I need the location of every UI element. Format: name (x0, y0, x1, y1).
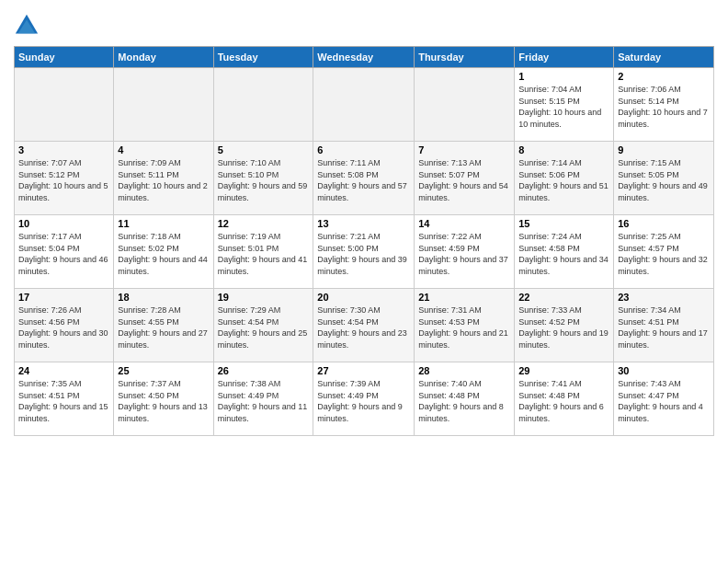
day-cell: 2Sunrise: 7:06 AM Sunset: 5:14 PM Daylig… (614, 68, 714, 142)
day-number: 17 (18, 292, 109, 303)
day-info: Sunrise: 7:41 AM Sunset: 4:48 PM Dayligh… (518, 378, 609, 424)
day-cell: 30Sunrise: 7:43 AM Sunset: 4:47 PM Dayli… (614, 362, 714, 436)
day-number: 16 (618, 218, 710, 229)
day-info: Sunrise: 7:14 AM Sunset: 5:06 PM Dayligh… (518, 157, 609, 203)
header (14, 9, 714, 39)
day-cell: 27Sunrise: 7:39 AM Sunset: 4:49 PM Dayli… (313, 362, 415, 436)
day-number: 20 (317, 292, 410, 303)
day-info: Sunrise: 7:13 AM Sunset: 5:07 PM Dayligh… (418, 157, 510, 203)
day-cell: 16Sunrise: 7:25 AM Sunset: 4:57 PM Dayli… (614, 215, 714, 289)
day-info: Sunrise: 7:19 AM Sunset: 5:01 PM Dayligh… (218, 231, 310, 277)
day-info: Sunrise: 7:10 AM Sunset: 5:10 PM Dayligh… (218, 157, 310, 203)
day-cell: 24Sunrise: 7:35 AM Sunset: 4:51 PM Dayli… (15, 362, 114, 436)
day-info: Sunrise: 7:38 AM Sunset: 4:49 PM Dayligh… (218, 378, 310, 424)
day-number: 18 (118, 292, 209, 303)
day-info: Sunrise: 7:24 AM Sunset: 4:58 PM Dayligh… (518, 231, 609, 277)
header-friday: Friday (515, 47, 614, 68)
logo-icon (14, 13, 40, 39)
day-info: Sunrise: 7:11 AM Sunset: 5:08 PM Dayligh… (317, 157, 410, 203)
day-number: 2 (618, 71, 710, 82)
day-cell (15, 68, 114, 142)
day-info: Sunrise: 7:29 AM Sunset: 4:54 PM Dayligh… (218, 304, 310, 350)
day-number: 13 (317, 218, 410, 229)
day-number: 27 (317, 365, 410, 376)
day-number: 28 (418, 365, 510, 376)
day-cell (213, 68, 313, 142)
day-info: Sunrise: 7:26 AM Sunset: 4:56 PM Dayligh… (18, 304, 109, 350)
week-row-3: 10Sunrise: 7:17 AM Sunset: 5:04 PM Dayli… (15, 215, 714, 289)
day-number: 29 (518, 365, 609, 376)
day-number: 6 (317, 144, 410, 155)
day-cell: 10Sunrise: 7:17 AM Sunset: 5:04 PM Dayli… (15, 215, 114, 289)
day-cell: 1Sunrise: 7:04 AM Sunset: 5:15 PM Daylig… (515, 68, 614, 142)
day-info: Sunrise: 7:15 AM Sunset: 5:05 PM Dayligh… (618, 157, 710, 203)
day-number: 8 (518, 144, 609, 155)
day-cell (313, 68, 415, 142)
day-number: 10 (18, 218, 109, 229)
day-info: Sunrise: 7:07 AM Sunset: 5:12 PM Dayligh… (18, 157, 109, 203)
day-number: 19 (218, 292, 310, 303)
day-cell: 9Sunrise: 7:15 AM Sunset: 5:05 PM Daylig… (614, 142, 714, 215)
day-number: 7 (418, 144, 510, 155)
day-info: Sunrise: 7:39 AM Sunset: 4:49 PM Dayligh… (317, 378, 410, 424)
day-info: Sunrise: 7:22 AM Sunset: 4:59 PM Dayligh… (418, 231, 510, 277)
day-cell: 15Sunrise: 7:24 AM Sunset: 4:58 PM Dayli… (515, 215, 614, 289)
day-cell: 14Sunrise: 7:22 AM Sunset: 4:59 PM Dayli… (415, 215, 515, 289)
day-cell: 7Sunrise: 7:13 AM Sunset: 5:07 PM Daylig… (415, 142, 515, 215)
day-info: Sunrise: 7:04 AM Sunset: 5:15 PM Dayligh… (518, 84, 609, 130)
header-monday: Monday (114, 47, 213, 68)
week-row-5: 24Sunrise: 7:35 AM Sunset: 4:51 PM Dayli… (15, 362, 714, 436)
day-info: Sunrise: 7:31 AM Sunset: 4:53 PM Dayligh… (418, 304, 510, 350)
day-info: Sunrise: 7:25 AM Sunset: 4:57 PM Dayligh… (618, 231, 710, 277)
day-info: Sunrise: 7:17 AM Sunset: 5:04 PM Dayligh… (18, 231, 109, 277)
day-cell: 12Sunrise: 7:19 AM Sunset: 5:01 PM Dayli… (213, 215, 313, 289)
day-number: 24 (18, 365, 109, 376)
day-info: Sunrise: 7:06 AM Sunset: 5:14 PM Dayligh… (618, 84, 710, 130)
day-cell: 23Sunrise: 7:34 AM Sunset: 4:51 PM Dayli… (614, 289, 714, 362)
day-info: Sunrise: 7:34 AM Sunset: 4:51 PM Dayligh… (618, 304, 710, 350)
day-cell: 8Sunrise: 7:14 AM Sunset: 5:06 PM Daylig… (515, 142, 614, 215)
day-cell: 21Sunrise: 7:31 AM Sunset: 4:53 PM Dayli… (415, 289, 515, 362)
logo (14, 13, 42, 39)
day-info: Sunrise: 7:09 AM Sunset: 5:11 PM Dayligh… (118, 157, 209, 203)
day-number: 15 (518, 218, 609, 229)
day-cell: 20Sunrise: 7:30 AM Sunset: 4:54 PM Dayli… (313, 289, 415, 362)
day-number: 22 (518, 292, 609, 303)
day-cell (114, 68, 213, 142)
day-number: 25 (118, 365, 209, 376)
day-number: 21 (418, 292, 510, 303)
day-info: Sunrise: 7:43 AM Sunset: 4:47 PM Dayligh… (618, 378, 710, 424)
day-cell: 4Sunrise: 7:09 AM Sunset: 5:11 PM Daylig… (114, 142, 213, 215)
day-number: 26 (218, 365, 310, 376)
day-cell: 3Sunrise: 7:07 AM Sunset: 5:12 PM Daylig… (15, 142, 114, 215)
day-number: 4 (118, 144, 209, 155)
day-number: 14 (418, 218, 510, 229)
header-sunday: Sunday (15, 47, 114, 68)
day-number: 23 (618, 292, 710, 303)
header-wednesday: Wednesday (313, 47, 415, 68)
day-info: Sunrise: 7:40 AM Sunset: 4:48 PM Dayligh… (418, 378, 510, 424)
day-number: 12 (218, 218, 310, 229)
day-cell (415, 68, 515, 142)
week-row-1: 1Sunrise: 7:04 AM Sunset: 5:15 PM Daylig… (15, 68, 714, 142)
day-cell: 28Sunrise: 7:40 AM Sunset: 4:48 PM Dayli… (415, 362, 515, 436)
week-row-4: 17Sunrise: 7:26 AM Sunset: 4:56 PM Dayli… (15, 289, 714, 362)
day-cell: 17Sunrise: 7:26 AM Sunset: 4:56 PM Dayli… (15, 289, 114, 362)
day-info: Sunrise: 7:33 AM Sunset: 4:52 PM Dayligh… (518, 304, 609, 350)
day-cell: 25Sunrise: 7:37 AM Sunset: 4:50 PM Dayli… (114, 362, 213, 436)
day-cell: 11Sunrise: 7:18 AM Sunset: 5:02 PM Dayli… (114, 215, 213, 289)
day-number: 5 (218, 144, 310, 155)
day-cell: 29Sunrise: 7:41 AM Sunset: 4:48 PM Dayli… (515, 362, 614, 436)
day-cell: 5Sunrise: 7:10 AM Sunset: 5:10 PM Daylig… (213, 142, 313, 215)
calendar-header-row: SundayMondayTuesdayWednesdayThursdayFrid… (15, 47, 714, 68)
week-row-2: 3Sunrise: 7:07 AM Sunset: 5:12 PM Daylig… (15, 142, 714, 215)
day-info: Sunrise: 7:28 AM Sunset: 4:55 PM Dayligh… (118, 304, 209, 350)
header-saturday: Saturday (614, 47, 714, 68)
day-info: Sunrise: 7:21 AM Sunset: 5:00 PM Dayligh… (317, 231, 410, 277)
day-cell: 22Sunrise: 7:33 AM Sunset: 4:52 PM Dayli… (515, 289, 614, 362)
day-number: 1 (518, 71, 609, 82)
day-cell: 13Sunrise: 7:21 AM Sunset: 5:00 PM Dayli… (313, 215, 415, 289)
day-info: Sunrise: 7:37 AM Sunset: 4:50 PM Dayligh… (118, 378, 209, 424)
header-tuesday: Tuesday (213, 47, 313, 68)
calendar: SundayMondayTuesdayWednesdayThursdayFrid… (14, 46, 714, 436)
